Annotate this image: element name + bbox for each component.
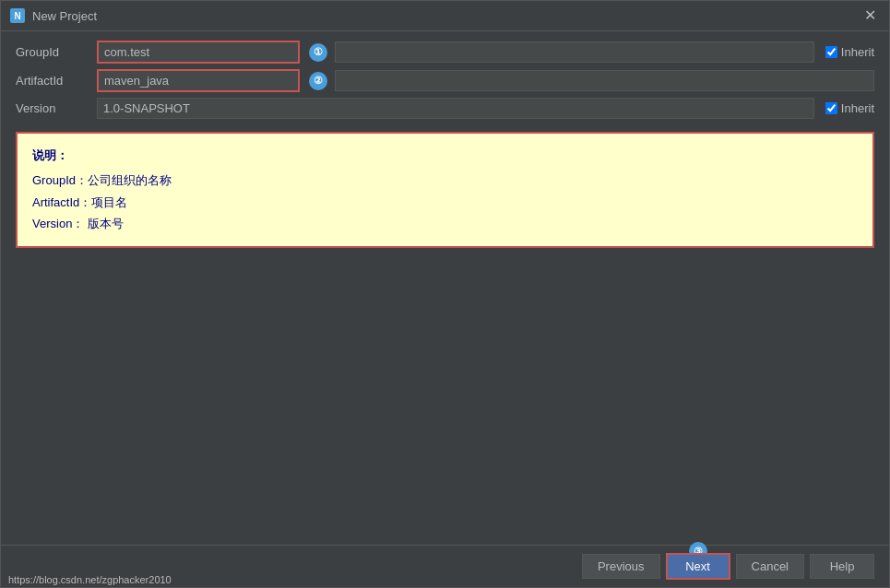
footer-url: https://blog.csdn.net/zgphacker2010 <box>1 572 179 587</box>
groupid-input[interactable] <box>97 41 300 64</box>
previous-button[interactable]: Previous <box>582 554 660 579</box>
groupid-inherit-wrap: Inherit <box>825 45 874 59</box>
footer: https://blog.csdn.net/zgphacker2010 Prev… <box>1 545 889 587</box>
artifactid-input[interactable] <box>97 69 300 92</box>
groupid-inherit-checkbox[interactable] <box>825 46 837 58</box>
version-inherit-wrap: Inherit <box>825 101 874 115</box>
dialog-content: GroupId ① Inherit ArtifactId ② Version I… <box>1 31 889 545</box>
artifactid-right-input[interactable] <box>335 70 874 91</box>
version-inherit-checkbox[interactable] <box>825 102 837 114</box>
artifactid-label: ArtifactId <box>16 74 89 88</box>
groupid-right-input[interactable] <box>335 41 814 63</box>
groupid-inherit-label: Inherit <box>841 45 874 59</box>
title-bar: N New Project ✕ <box>1 1 889 31</box>
artifactid-row: ArtifactId ② <box>16 69 874 92</box>
version-inherit-label: Inherit <box>841 101 874 115</box>
description-box: 说明： GroupId：公司组织的名称 ArtifactId：项目名 Versi… <box>16 132 874 248</box>
close-button[interactable]: ✕ <box>860 6 880 25</box>
dialog-icon: N <box>10 8 25 23</box>
badge-1: ① <box>309 43 327 62</box>
cancel-button[interactable]: Cancel <box>736 554 804 579</box>
version-label: Version <box>16 101 89 115</box>
next-button[interactable]: Next <box>666 553 730 580</box>
version-input[interactable] <box>97 98 814 119</box>
groupid-label: GroupId <box>16 45 89 59</box>
next-button-wrap: ③ Next <box>666 553 730 580</box>
groupid-row: GroupId ① Inherit <box>16 41 874 64</box>
description-line-2: ArtifactId：项目名 <box>32 192 858 213</box>
description-title: 说明： <box>32 145 858 166</box>
help-button[interactable]: Help <box>810 554 874 579</box>
version-row: Version Inherit <box>16 98 874 119</box>
new-project-dialog: N New Project ✕ GroupId ① Inherit Artifa… <box>0 0 890 588</box>
dialog-title: New Project <box>32 9 853 23</box>
badge-2: ② <box>309 72 327 90</box>
description-line-1: GroupId：公司组织的名称 <box>32 170 858 191</box>
description-line-3: Version： 版本号 <box>32 213 858 234</box>
